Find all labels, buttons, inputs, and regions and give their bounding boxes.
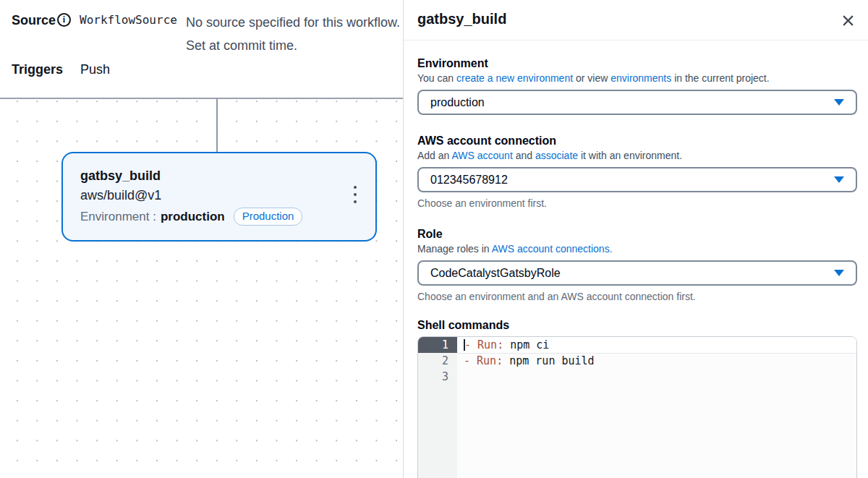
role-help-text: Choose an environment and an AWS account… [417, 290, 856, 303]
account-connections-link[interactable]: AWS account connections. [492, 243, 613, 255]
node-environment-value: production [161, 207, 225, 226]
workflow-canvas[interactable]: gatbsy_build aws/build@v1 Environment : … [0, 98, 403, 478]
node-config-panel: gatbsy_build Environment You can create … [403, 0, 868, 478]
caret-down-icon [834, 176, 844, 183]
editor-gutter: 1 2 3 [418, 337, 457, 478]
triggers-summary: Triggers Push [12, 62, 110, 77]
aws-account-desc-text: Add an [417, 150, 452, 161]
info-icon[interactable]: i [57, 13, 71, 27]
shell-commands-section: Shell commands 1 2 3 - Run: npm ci - Run… [417, 318, 856, 478]
aws-account-link[interactable]: AWS account [452, 150, 513, 161]
triggers-label: Triggers [12, 62, 63, 77]
aws-account-desc-text: and [513, 150, 535, 161]
command-token: npm ci [503, 338, 549, 351]
role-section: Role Manage roles in AWS account connect… [417, 227, 856, 303]
editor-code-line: - Run: npm ci [457, 337, 856, 353]
node-environment-label: Environment : [80, 207, 156, 226]
editor-line-number: 3 [418, 369, 457, 385]
role-label: Role [417, 227, 856, 242]
command-token: npm run build [503, 354, 594, 367]
environment-select-value: production [430, 96, 834, 109]
source-name: WorkflowSource [80, 11, 177, 30]
workflow-node-gatbsy-build[interactable]: gatbsy_build aws/build@v1 Environment : … [61, 152, 377, 242]
yaml-key-token: - Run: [464, 338, 503, 351]
environment-label: Environment [417, 56, 856, 71]
shell-commands-editor[interactable]: 1 2 3 - Run: npm ci - Run: npm run build [417, 336, 857, 478]
environment-section: Environment You can create a new environ… [417, 56, 856, 115]
node-connector-line [216, 99, 218, 152]
trigger-value: Push [80, 62, 110, 77]
node-environment-row: Environment : production Production [80, 207, 359, 226]
source-description: No source specified for this workflow. S… [186, 11, 400, 57]
yaml-key-token: - Run: [464, 354, 503, 367]
aws-account-description: Add an AWS account and associate it with… [417, 148, 856, 163]
aws-account-select[interactable]: 012345678912 [417, 167, 857, 192]
shell-commands-label: Shell commands [417, 318, 856, 333]
node-title: gatbsy_build [80, 167, 359, 184]
editor-line-number: 2 [418, 353, 457, 369]
role-select[interactable]: CodeCatalystGatsbyRole [417, 260, 857, 286]
view-environments-link[interactable]: environments [610, 72, 671, 84]
caret-down-icon [834, 99, 844, 106]
editor-code-line: - Run: npm run build [457, 353, 856, 369]
node-kebab-menu-icon[interactable] [346, 180, 364, 209]
aws-account-section: AWS account connection Add an AWS accoun… [417, 134, 856, 210]
aws-account-select-value: 012345678912 [430, 174, 834, 187]
editor-line-number: 1 [418, 337, 457, 353]
aws-account-label: AWS account connection [417, 134, 856, 148]
aws-account-desc-text: it with an environment. [578, 150, 682, 161]
caret-down-icon [834, 270, 844, 276]
environment-desc-text: You can [417, 72, 456, 84]
create-environment-link[interactable]: create a new environment [456, 72, 573, 84]
role-desc-text: Manage roles in [417, 243, 492, 255]
associate-link[interactable]: associate [535, 150, 578, 161]
environment-select[interactable]: production [417, 90, 857, 115]
editor-code-area[interactable]: - Run: npm ci - Run: npm run build [457, 337, 856, 478]
source-label: Source [12, 11, 56, 30]
environment-desc-text: or view [573, 72, 610, 84]
environment-description: You can create a new environment or view… [417, 71, 856, 85]
aws-account-help-text: Choose an environment first. [417, 197, 856, 210]
role-select-value: CodeCatalystGatsbyRole [430, 267, 834, 280]
environment-desc-text: in the current project. [671, 72, 769, 84]
close-icon[interactable] [838, 10, 858, 30]
source-description-line1: No source specified for this workflow. [186, 11, 400, 34]
panel-body: Environment You can create a new environ… [404, 40, 868, 478]
source-description-line2: Set at commit time. [186, 34, 400, 57]
node-action-id: aws/build@v1 [80, 186, 359, 205]
panel-header: gatbsy_build [404, 0, 868, 40]
source-summary: Source i WorkflowSource No source specif… [12, 11, 400, 57]
panel-title: gatbsy_build [417, 11, 506, 27]
environment-badge: Production [234, 208, 303, 226]
role-description: Manage roles in AWS account connections. [417, 242, 856, 256]
